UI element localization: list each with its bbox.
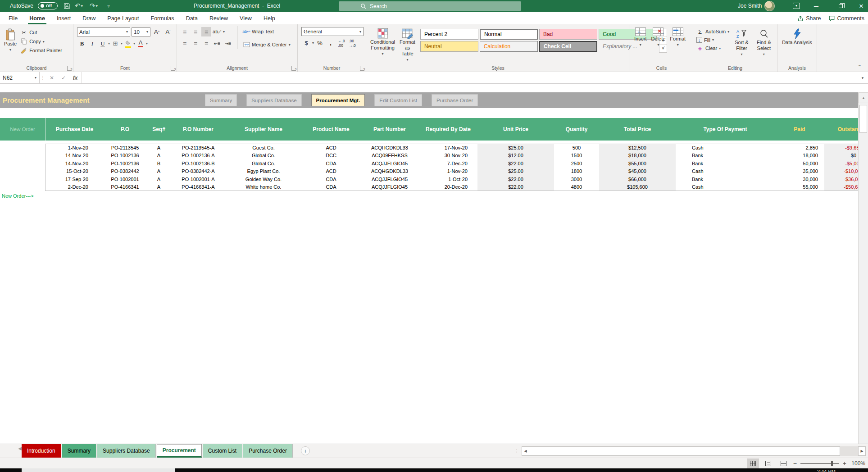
decrease-indent-button[interactable]: ⇤≡: [212, 39, 222, 48]
cell-new-order-r1[interactable]: [0, 144, 45, 152]
cell-supplier-name-r6[interactable]: White home Co.: [225, 183, 302, 191]
cell-seq-r2[interactable]: A: [146, 152, 171, 160]
cell-type-of-payment-r3[interactable]: Bank: [676, 159, 775, 168]
align-middle-button[interactable]: ≡: [191, 27, 200, 36]
cell-total-price-r4[interactable]: $45,000: [599, 168, 676, 176]
comma-style-button[interactable]: ,: [326, 38, 336, 48]
cell-required-by-date-r4[interactable]: 1-Nov-20: [419, 168, 477, 176]
ribbon-tab-formulas[interactable]: Formulas: [145, 12, 180, 24]
cell-seq-r6[interactable]: A: [146, 183, 171, 191]
align-center-button[interactable]: ≡: [191, 39, 200, 48]
sheet-nav-button-purchase-order[interactable]: Purchase Order: [432, 94, 478, 106]
sheet-tab-introduction[interactable]: Introduction: [22, 444, 61, 458]
cell-unit-price-r4[interactable]: $25.00: [477, 168, 554, 176]
font-color-dropdown[interactable]: ▾: [146, 41, 148, 45]
sheet-tab-procurement[interactable]: Procurement: [157, 444, 202, 458]
cell-required-by-date-r5[interactable]: 1-Oct-20: [419, 175, 477, 183]
vertical-scroll-thumb[interactable]: [859, 105, 867, 133]
cell-style-check-cell[interactable]: Check Cell: [539, 41, 597, 52]
insert-cells-button[interactable]: ← Insert▾: [632, 26, 649, 49]
cell-supplier-name-r4[interactable]: Egyp Plast Co.: [225, 168, 302, 176]
cell-p-o-number-r5[interactable]: PO-1002001-A: [171, 175, 225, 183]
cell-unit-price-r2[interactable]: $12.00: [477, 152, 554, 160]
cell-supplier-name-r3[interactable]: Global Co.: [225, 159, 302, 168]
cell-supplier-name-r2[interactable]: Global Co.: [225, 152, 302, 160]
ribbon-tab-help[interactable]: Help: [258, 12, 281, 24]
scrollbar-splitter[interactable]: ⋮: [514, 449, 519, 454]
cell-outstanding-r6[interactable]: -$50,600: [824, 183, 858, 191]
taskbar-window-segment[interactable]: [22, 468, 175, 472]
percent-style-button[interactable]: %: [315, 38, 325, 48]
sheet-tab-summary[interactable]: Summary: [62, 444, 96, 458]
sheet-tab-suppliers-database[interactable]: Suppliers Database: [97, 444, 156, 458]
ribbon-tab-view[interactable]: View: [234, 12, 258, 24]
ribbon-display-options-button[interactable]: ▾: [793, 3, 800, 9]
ribbon-tab-review[interactable]: Review: [204, 12, 234, 24]
align-right-button[interactable]: ≡: [201, 39, 211, 48]
page-break-view-button[interactable]: [778, 458, 790, 468]
horizontal-scroll-track[interactable]: [840, 446, 858, 456]
cell-required-by-date-r3[interactable]: 7-Dec-20: [419, 159, 477, 168]
clear-button[interactable]: ◈Clear▾: [695, 44, 731, 53]
increase-indent-button[interactable]: ⇥≡: [223, 39, 233, 48]
sheet-nav-button-procurement-mgt[interactable]: Procurement Mgt.: [311, 94, 365, 106]
cell-quantity-r4[interactable]: 1800: [554, 168, 599, 176]
accounting-format-button[interactable]: $: [301, 38, 311, 48]
shrink-font-button[interactable]: Aˇ: [163, 27, 173, 36]
cell-p-o-number-r2[interactable]: PO-1002136-A: [171, 152, 225, 160]
cell-product-name-r3[interactable]: CDA: [302, 159, 360, 168]
orientation-button[interactable]: ab⟋: [212, 27, 222, 36]
cell-style-calculation[interactable]: Calculation: [480, 41, 538, 52]
zoom-out-button[interactable]: −: [793, 460, 797, 467]
borders-button[interactable]: ⊞: [110, 39, 120, 48]
cell-product-name-r1[interactable]: ACD: [302, 144, 360, 152]
cell-purchase-date-r3[interactable]: 14-Nov-20: [45, 159, 104, 168]
cell-quantity-r5[interactable]: 3000: [554, 175, 599, 183]
cell-total-price-r5[interactable]: $66,000: [599, 175, 676, 183]
cell-seq-r1[interactable]: A: [146, 144, 171, 152]
copy-button[interactable]: Copy▾: [19, 37, 64, 46]
cell-new-order-r4[interactable]: [0, 168, 45, 176]
zoom-in-button[interactable]: +: [843, 460, 846, 467]
fill-button[interactable]: ↓Fill▾: [695, 36, 731, 44]
align-left-button[interactable]: ≡: [180, 39, 190, 48]
redo-button[interactable]: ↷▾: [88, 1, 99, 10]
cell-paid-r4[interactable]: 35,000: [775, 168, 824, 176]
cell-purchase-date-r6[interactable]: 2-Dec-20: [45, 183, 104, 191]
cell-style-normal[interactable]: Normal: [480, 29, 538, 40]
format-cells-button[interactable]: ▬ Format▾: [668, 26, 688, 49]
share-button[interactable]: Share: [797, 15, 821, 22]
number-format-select[interactable]: General▾: [301, 27, 364, 36]
cell-new-order-r5[interactable]: [0, 175, 45, 183]
name-box[interactable]: N62▾: [0, 72, 40, 83]
minimize-button[interactable]: ─: [806, 0, 827, 12]
cell-p-o-number-r3[interactable]: PO-1002136-B: [171, 159, 225, 168]
cell-new-order-r2[interactable]: [0, 152, 45, 160]
cell-outstanding-r1[interactable]: -$9,650: [824, 144, 858, 152]
font-size-select[interactable]: 10▾: [132, 27, 150, 36]
cell-style-bad[interactable]: Bad: [539, 29, 597, 40]
font-family-select[interactable]: Arial▾: [77, 27, 130, 36]
cell-p-o-r1[interactable]: PO-2113545: [104, 144, 146, 152]
ribbon-tab-insert[interactable]: Insert: [51, 12, 77, 24]
cell-paid-r1[interactable]: 2,850: [775, 144, 824, 152]
cell-product-name-r6[interactable]: CDA: [302, 183, 360, 191]
cell-type-of-payment-r5[interactable]: Bank: [676, 175, 775, 183]
autosum-button[interactable]: ΣAutoSum▾: [695, 27, 731, 36]
ribbon-tab-page-layout[interactable]: Page Layout: [101, 12, 145, 24]
user-name[interactable]: Joe Smith: [738, 3, 762, 9]
sheet-tab-purchase-order[interactable]: Purchase Order: [243, 444, 293, 458]
align-top-button[interactable]: ≡: [180, 27, 190, 36]
horizontal-scrollbar[interactable]: ⋮ ◀ ▶: [514, 446, 866, 456]
comments-button[interactable]: Comments: [828, 15, 864, 22]
cell-paid-r3[interactable]: 50,000: [775, 159, 824, 168]
fill-color-dropdown[interactable]: ▾: [133, 41, 135, 45]
cell-quantity-r6[interactable]: 4800: [554, 183, 599, 191]
cell-purchase-date-r4[interactable]: 15-Oct-20: [45, 168, 104, 176]
cell-quantity-r2[interactable]: 1500: [554, 152, 599, 160]
cell-part-number-r6[interactable]: ACQJJFLGIO45: [360, 183, 419, 191]
cell-quantity-r3[interactable]: 2500: [554, 159, 599, 168]
format-painter-button[interactable]: Format Painter: [19, 46, 64, 55]
cell-style-neutral[interactable]: Neutral: [420, 41, 478, 52]
cell-type-of-payment-r4[interactable]: Cash: [676, 168, 775, 176]
